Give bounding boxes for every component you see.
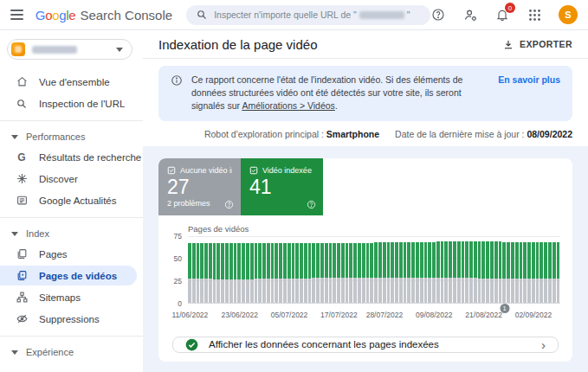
chart-bar[interactable] <box>444 236 448 303</box>
chart-bar[interactable] <box>457 236 461 303</box>
chart-bar[interactable] <box>258 236 262 303</box>
chart-bar[interactable] <box>192 236 196 303</box>
chart-bar[interactable] <box>548 236 552 303</box>
chart-bar[interactable] <box>499 236 502 303</box>
chart-bar[interactable] <box>399 236 403 303</box>
chart-bar[interactable] <box>209 236 212 303</box>
account-avatar[interactable]: S <box>559 5 578 24</box>
chart-bar[interactable] <box>407 236 410 303</box>
chart-bar[interactable] <box>424 236 428 303</box>
chart-bar[interactable] <box>346 236 349 303</box>
sidebar-item-sitemaps[interactable]: Sitemaps <box>0 287 143 307</box>
chart-bar[interactable] <box>366 236 370 303</box>
sidebar-item-overview[interactable]: Vue d'ensemble <box>0 72 143 92</box>
chart-bar[interactable] <box>370 236 373 303</box>
chart-bar[interactable] <box>494 236 498 303</box>
sidebar-section-experience[interactable]: Expérience <box>0 343 143 361</box>
chart-bar[interactable] <box>216 236 220 303</box>
chart-bar[interactable] <box>411 236 415 303</box>
chart-bar[interactable] <box>234 236 237 303</box>
sidebar-item-search-results[interactable]: G Résultats de recherche <box>0 147 143 167</box>
chart-bar[interactable] <box>507 236 510 303</box>
notifications-bell-icon[interactable]: 0 <box>494 7 510 22</box>
chart-bar[interactable] <box>486 236 489 303</box>
chart-bar[interactable] <box>540 236 543 303</box>
chart-bar[interactable] <box>229 236 233 303</box>
property-selector[interactable] <box>7 39 132 60</box>
card-indexed[interactable]: Vidéo indexée 41 <box>241 158 323 215</box>
chart-bar[interactable] <box>292 236 295 303</box>
chart-bar[interactable] <box>557 236 560 303</box>
chart-bar[interactable] <box>255 236 258 303</box>
chart-bar[interactable] <box>362 236 365 303</box>
chart-bar[interactable] <box>312 236 315 303</box>
export-button[interactable]: EXPORTER <box>503 39 572 50</box>
chart-bar[interactable] <box>316 236 320 303</box>
chart-bar[interactable] <box>478 236 481 303</box>
help-icon[interactable] <box>430 7 446 22</box>
improvements-videos-link[interactable]: Améliorations > Vidéos <box>242 100 335 111</box>
chart-bar[interactable] <box>395 236 398 303</box>
chart-bar[interactable] <box>349 236 352 303</box>
user-settings-icon[interactable] <box>462 7 478 22</box>
chart-bar[interactable] <box>436 236 440 303</box>
chart-bar[interactable] <box>374 236 378 303</box>
chart-bar[interactable] <box>197 236 200 303</box>
chart-bar[interactable] <box>333 236 336 303</box>
chart-bar[interactable] <box>337 236 340 303</box>
chart-bar[interactable] <box>462 236 465 303</box>
chart-bar[interactable] <box>279 236 282 303</box>
chart-bar[interactable] <box>325 236 328 303</box>
sidebar-section-index[interactable]: Index <box>0 225 143 242</box>
chart-bar[interactable] <box>515 236 519 303</box>
chart-bar[interactable] <box>469 236 473 303</box>
sidebar-item-url-inspection[interactable]: Inspection de l'URL <box>0 93 143 113</box>
chart-bar[interactable] <box>511 236 514 303</box>
chart-bar[interactable] <box>358 236 361 303</box>
chart-bar[interactable] <box>200 236 204 303</box>
chart-bar[interactable] <box>502 236 506 303</box>
chart-bar[interactable] <box>250 236 254 303</box>
chart-bar[interactable] <box>353 236 357 303</box>
sidebar-item-discover[interactable]: Discover <box>0 169 143 189</box>
sidebar-item-pages[interactable]: Pages <box>0 244 143 264</box>
chart-bar[interactable] <box>520 236 523 303</box>
chart-bar[interactable] <box>465 236 468 303</box>
chart-bar[interactable] <box>304 236 307 303</box>
help-circle-icon[interactable] <box>224 200 234 209</box>
chart-bar[interactable] <box>481 236 485 303</box>
view-indexed-pages-data-link[interactable]: Afficher les données concernant les page… <box>172 337 559 353</box>
chart-bar[interactable] <box>221 236 224 303</box>
sidebar-item-removals[interactable]: Suppressions <box>0 309 143 329</box>
chart-bar[interactable] <box>552 236 556 303</box>
chart-bar[interactable] <box>453 236 456 303</box>
chart-bar[interactable] <box>532 236 535 303</box>
google-apps-grid-icon[interactable] <box>527 7 542 22</box>
chart-bar[interactable] <box>523 236 527 303</box>
chart-bar[interactable] <box>527 236 531 303</box>
chart-bar[interactable] <box>432 236 436 303</box>
checkbox-checked-icon[interactable] <box>249 166 258 175</box>
chart-bar[interactable] <box>283 236 287 303</box>
chart-bar[interactable] <box>246 236 249 303</box>
chart-bar[interactable] <box>329 236 333 303</box>
chart-bar[interactable] <box>295 236 299 303</box>
chart-bar[interactable] <box>288 236 291 303</box>
learn-more-link[interactable]: En savoir plus <box>498 74 560 85</box>
sidebar-item-video-pages[interactable]: Pages de vidéos <box>0 266 137 285</box>
chart-bar[interactable] <box>237 236 241 303</box>
chart-bar[interactable] <box>275 236 278 303</box>
chart-bar[interactable] <box>420 236 423 303</box>
chart-bar[interactable] <box>308 236 312 303</box>
chart-bar[interactable] <box>225 236 229 303</box>
chart-bar[interactable] <box>391 236 394 303</box>
chart-bar[interactable] <box>242 236 245 303</box>
chart-bar[interactable] <box>474 236 477 303</box>
chart-bar[interactable] <box>387 236 391 303</box>
card-not-indexed[interactable]: Aucune vidéo ind... 27 2 problèmes <box>158 158 241 215</box>
hamburger-menu-icon[interactable] <box>10 10 23 20</box>
sidebar-item-google-news[interactable]: Google Actualités <box>0 190 143 210</box>
chart-bar[interactable] <box>536 236 540 303</box>
chart-bar[interactable] <box>441 236 444 303</box>
chart-bar[interactable] <box>204 236 208 303</box>
